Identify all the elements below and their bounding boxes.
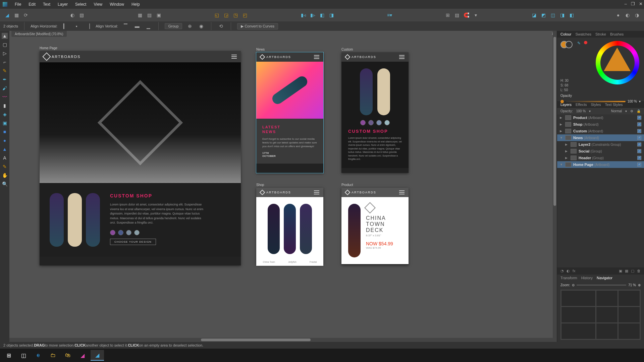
align-top-icon[interactable]: ▔ [122, 22, 129, 30]
flip-h-icon[interactable]: ▮◃ [300, 11, 307, 19]
layer-row[interactable]: ▶Social (Group)✓ [557, 148, 644, 155]
snap-dropdown-icon[interactable]: ▾ [472, 11, 480, 19]
eyedropper-icon[interactable]: ✎ [577, 41, 581, 46]
layer-row[interactable]: ▶Shop (Artboard)✓ [557, 121, 644, 128]
menu-edit[interactable]: Edit [29, 2, 36, 7]
brush-tool-icon[interactable]: 🖌 [2, 85, 8, 91]
ellipse-tool-icon[interactable]: ● [2, 137, 8, 143]
menu-text[interactable]: Text [43, 2, 50, 7]
layer-visible-checkbox[interactable]: ✓ [637, 122, 641, 126]
smudge-tool-icon[interactable]: 〰 [2, 94, 8, 100]
flip-v-icon[interactable]: ▮▹ [309, 11, 316, 19]
expand-arrow-icon[interactable]: ▶ [560, 129, 563, 133]
close-button[interactable]: ✕ [639, 1, 643, 6]
grid-icon[interactable]: ⊞ [444, 11, 451, 19]
artboard-news[interactable]: ARTBOARDS LATEST NEWS Don't forget to su… [256, 52, 323, 173]
align-left-icon[interactable]: ▎ [61, 22, 69, 30]
cycle-selection-icon[interactable]: ⟲ [217, 22, 225, 30]
tab-stroke[interactable]: Stroke [595, 32, 606, 36]
fill-tool-icon[interactable]: ▮ [2, 103, 8, 109]
maximize-button[interactable]: ❐ [631, 1, 635, 6]
guides-icon[interactable]: ▤ [453, 11, 461, 19]
insert-behind-icon[interactable]: ◐ [624, 11, 631, 19]
fx-layer-icon[interactable]: fx [573, 269, 576, 273]
tab-colour[interactable]: Colour [560, 32, 571, 36]
horizontal-scrollbar[interactable] [9, 338, 557, 342]
snap-grid-icon[interactable]: ▦ [136, 11, 144, 19]
artboard-label-shop[interactable]: Shop [256, 183, 264, 187]
store-icon[interactable]: 🛍 [61, 350, 74, 361]
bool-intersect-icon[interactable]: ◫ [549, 11, 556, 19]
opacity-dropdown-icon[interactable]: ▾ [639, 100, 641, 103]
artboard-label-product[interactable]: Product [341, 183, 353, 187]
layer-row[interactable]: ▼Home Page (Artboard)✓ [557, 161, 644, 168]
menu-file[interactable]: File [15, 2, 21, 7]
blend-mode-select[interactable]: Normal [611, 109, 622, 113]
blend-dropdown-icon[interactable]: ▾ [625, 109, 627, 113]
expand-arrow-icon[interactable]: ▶ [565, 149, 569, 153]
align-dropdown-icon[interactable]: ≡▾ [386, 11, 393, 19]
delete-layer-icon[interactable]: 🗑 [637, 269, 641, 273]
layer-row[interactable]: ▶Product (Artboard)✓ [557, 114, 644, 121]
zoom-slider[interactable] [577, 285, 626, 286]
clip-layer-icon[interactable]: ▣ [619, 269, 622, 273]
no-fill-icon[interactable] [584, 41, 587, 44]
artboard-tool-icon[interactable]: ▢ [2, 42, 8, 48]
layer-opacity-value[interactable]: 100 % [576, 109, 586, 113]
layer-visible-checkbox[interactable]: ✓ [637, 163, 641, 167]
layer-row[interactable]: ▼News (Artboard)✓ [557, 134, 644, 141]
align-right-icon[interactable]: ▕ [84, 22, 92, 30]
layer-opacity-dropdown-icon[interactable]: ▾ [589, 109, 591, 113]
layer-visible-checkbox[interactable]: ✓ [637, 136, 641, 140]
zoom-in-icon[interactable]: ⊕ [638, 283, 641, 287]
snap-bounds-icon[interactable]: ▣ [155, 11, 162, 19]
expand-arrow-icon[interactable]: ▶ [560, 123, 563, 126]
artboard-label-custom[interactable]: Custom [341, 48, 353, 51]
artboard-shop[interactable]: ARTBOARDS China Town Jellyfish Fractal [256, 188, 323, 265]
menu-view[interactable]: View [94, 2, 102, 7]
layer-lock-icon[interactable]: 🔒 [637, 109, 641, 113]
transform-origin-icon[interactable]: ⊕ [186, 22, 194, 30]
arrange-back-icon[interactable]: ◰ [241, 11, 249, 19]
canvas-viewport[interactable]: ArtboardsSite [Modified] (70.8%) ✕ Home … [9, 31, 557, 342]
tab-history[interactable]: History [581, 276, 593, 280]
triangle-tool-icon[interactable]: ▲ [2, 146, 8, 152]
menu-select[interactable]: Select [75, 2, 86, 7]
artboard-product[interactable]: ARTBOARDS CHINA TOWN DECK 8.37" x 3.81" … [341, 188, 409, 265]
hand-tool-icon[interactable]: ✋ [2, 172, 8, 178]
menu-layer[interactable]: Layer [58, 2, 68, 7]
rotate-ccw-icon[interactable]: ◧ [318, 11, 326, 19]
layer-visible-checkbox[interactable]: ✓ [637, 156, 641, 160]
edge-icon[interactable]: e [32, 350, 45, 361]
persona-designer-icon[interactable]: ◢ [3, 11, 11, 19]
align-bottom-icon[interactable]: ▁ [145, 22, 152, 30]
persona-pixel-icon[interactable]: ▦ [13, 11, 20, 19]
eyedrop-tool-icon[interactable]: ✎ [2, 164, 8, 170]
menu-help[interactable]: Help [131, 2, 140, 7]
layer-visible-checkbox[interactable]: ✓ [637, 116, 641, 120]
arrange-backward-icon[interactable]: ◳ [232, 11, 239, 19]
artboard-custom[interactable]: ARTBOARDS CUSTOM SHOP Lorem ipsum dolor … [341, 52, 409, 173]
vertical-scrollbar[interactable] [553, 31, 557, 338]
bool-add-icon[interactable]: ◪ [530, 11, 538, 19]
opacity-slider[interactable] [566, 101, 626, 102]
crop-tool-icon[interactable]: ▣ [2, 120, 8, 126]
artboard-label-news[interactable]: News [256, 48, 265, 51]
affinity-photo-icon[interactable]: ◢ [76, 350, 89, 361]
expand-arrow-icon[interactable]: ▶ [565, 156, 569, 160]
arrange-forward-icon[interactable]: ◲ [223, 11, 230, 19]
bool-divide-icon[interactable]: ◧ [568, 11, 575, 19]
bool-subtract-icon[interactable]: ◩ [540, 11, 547, 19]
pen-tool-icon[interactable]: ✒ [2, 76, 8, 82]
tab-navigator[interactable]: Navigator [597, 276, 612, 280]
affinity-designer-icon[interactable]: ◢ [91, 350, 104, 361]
bool-xor-icon[interactable]: ◨ [558, 11, 566, 19]
zoom-tool-icon[interactable]: 🔍 [2, 181, 8, 187]
artboard-label-home[interactable]: Home Page [40, 46, 57, 50]
tab-transform[interactable]: Transform [560, 276, 577, 280]
insert-target-icon[interactable]: ● [614, 11, 622, 19]
expand-arrow-icon[interactable]: ▶ [560, 116, 563, 119]
convert-curves-button[interactable]: ▶ Convert to Curves [237, 23, 278, 29]
colour-triangle[interactable] [604, 48, 631, 71]
hide-selection-icon[interactable]: ◉ [198, 22, 205, 30]
